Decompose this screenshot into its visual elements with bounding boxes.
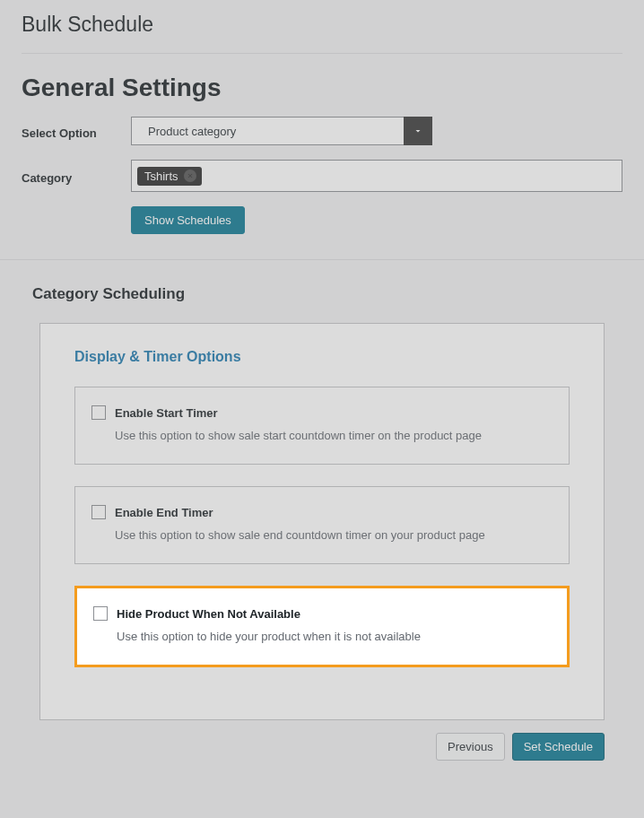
category-input[interactable]: Tshirts (131, 160, 622, 192)
select-option-dropdown[interactable] (131, 117, 432, 145)
enable-start-timer-checkbox[interactable] (91, 405, 106, 420)
timer-options-panel: Display & Timer Options Enable Start Tim… (39, 323, 605, 720)
enable-end-timer-desc: Use this option to show sale end countdo… (115, 528, 553, 542)
enable-start-timer-desc: Use this option to show sale start count… (115, 429, 553, 442)
category-row: Category Tshirts (22, 160, 622, 192)
category-label: Category (22, 168, 131, 185)
enable-end-timer-title: Enable End Timer (115, 506, 213, 519)
category-tag-label: Tshirts (144, 170, 178, 183)
hide-product-desc: Use this option to hide your product whe… (117, 630, 551, 643)
page-title: Bulk Schedule (22, 0, 622, 54)
enable-start-timer-title: Enable Start Timer (115, 406, 218, 420)
select-option-label: Select Option (22, 123, 131, 140)
remove-tag-icon[interactable] (184, 170, 196, 182)
category-tag: Tshirts (137, 167, 202, 186)
previous-button[interactable]: Previous (436, 733, 505, 761)
enable-start-timer-box: Enable Start Timer Use this option to sh… (74, 387, 570, 465)
select-option-wrapper (131, 117, 432, 145)
category-scheduling-heading: Category Scheduling (22, 260, 622, 323)
show-schedules-row: Show Schedules (131, 206, 622, 234)
select-option-row: Select Option (22, 117, 622, 145)
hide-product-title: Hide Product When Not Available (117, 607, 300, 621)
hide-product-box: Hide Product When Not Available Use this… (74, 586, 570, 667)
show-schedules-button[interactable]: Show Schedules (131, 206, 245, 234)
hide-product-checkbox[interactable] (93, 606, 108, 621)
footer-buttons: Previous Set Schedule (22, 720, 622, 761)
panel-heading: Display & Timer Options (74, 349, 570, 365)
set-schedule-button[interactable]: Set Schedule (512, 733, 605, 761)
enable-end-timer-box: Enable End Timer Use this option to show… (74, 486, 570, 564)
enable-end-timer-checkbox[interactable] (91, 505, 106, 519)
general-settings-heading: General Settings (22, 54, 622, 117)
